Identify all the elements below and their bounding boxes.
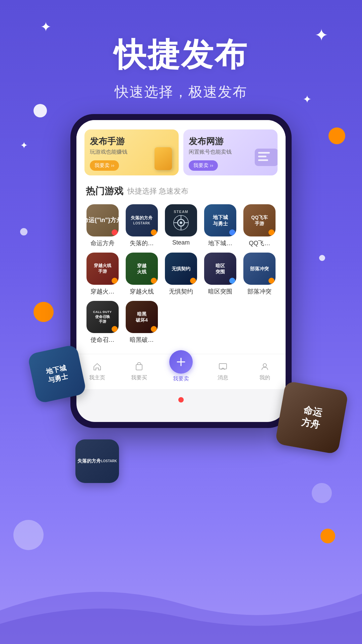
bottom-wave [0, 543, 362, 644]
game-name-wujuqiyue: 无惧契约 [165, 287, 197, 296]
game-name-chuanyue2: 穿越火线 [126, 287, 158, 296]
banner-row: 发布手游 玩游戏也能赚钱 我要卖 ›› 发布网游 闲置账号也能卖钱 我要卖 ›› [84, 129, 278, 175]
game-item-anqu[interactable]: 暗区 突围 暗区突围 [202, 253, 238, 296]
web-banner-title: 发布网游 [189, 136, 272, 147]
nav-item-profile[interactable]: 我的 [248, 361, 282, 381]
game-icon-wrap-shiming: CALL·DUTY 使命召唤 手游 [86, 301, 119, 333]
svg-point-2 [180, 221, 182, 224]
dot-decoration-4 [312, 483, 332, 503]
game-name-anqu: 暗区突围 [204, 287, 236, 296]
game-item-mingyun[interactable]: 命运{"\n"}方舟 命运方舟 [84, 204, 120, 247]
main-title: 快捷发布 [0, 34, 362, 77]
mobile-sell-button[interactable]: 我要卖 ›› [90, 160, 119, 171]
game-icon-wrap-steam: STEAM [165, 204, 197, 236]
mobile-game-banner[interactable]: 发布手游 玩游戏也能赚钱 我要卖 ›› [84, 129, 179, 175]
game-item-dixia[interactable]: 地下城 与勇士 地下城… [202, 204, 238, 247]
game-badge-wujuqiyue [190, 278, 196, 284]
game-item-chuanyue1[interactable]: 穿越火线 手游 穿越火… [84, 253, 120, 296]
screen-inner: 发布手游 玩游戏也能赚钱 我要卖 ›› 发布网游 闲置账号也能卖钱 我要卖 ›› [76, 120, 286, 354]
svg-rect-3 [136, 365, 142, 370]
game-item-wujuqiyue[interactable]: 无惧契约 无惧契约 [163, 253, 199, 296]
game-badge-buluo [268, 278, 275, 284]
star-icon-4: ✦ [20, 141, 28, 150]
game-grid: 命运{"\n"}方舟 命运方舟 失落的方舟 LOSTARK [84, 204, 278, 344]
game-name-anhei: 暗黑破… [126, 336, 158, 344]
buy-icon [133, 361, 145, 373]
sub-title: 快速选择，极速发布 [0, 83, 362, 101]
web-sell-button[interactable]: 我要卖 ›› [189, 160, 218, 171]
game-badge-dixia [229, 229, 235, 235]
nav-item-message[interactable]: 消息 [206, 361, 240, 381]
game-name-chuanyue1: 穿越火… [86, 287, 119, 296]
sell-center-button[interactable] [169, 350, 193, 374]
phone-container: 发布手游 玩游戏也能赚钱 我要卖 ›› 发布网游 闲置账号也能卖钱 我要卖 ›› [70, 114, 292, 428]
phone-frame: 发布手游 玩游戏也能赚钱 我要卖 ›› 发布网游 闲置账号也能卖钱 我要卖 ›› [70, 114, 292, 428]
game-icon-wrap-anhei: 暗黑 破坏4 [126, 301, 158, 333]
section-header: 热门游戏 快捷选择 急速发布 [84, 185, 278, 198]
floating-icon-dixia-text: 地下城与勇士 [27, 344, 87, 404]
game-badge-qq [268, 229, 275, 235]
nav-label-home: 我主页 [89, 374, 105, 381]
bottom-navigation: 我主页 我要买 [76, 354, 286, 389]
web-icon-line-1 [258, 152, 270, 154]
section-title: 热门游戏 [86, 185, 123, 198]
game-name-shiming: 使命召… [86, 336, 119, 344]
game-name-mingyun: 命运方舟 [86, 239, 119, 247]
nav-label-message: 消息 [218, 374, 228, 381]
game-name-steam: Steam [165, 239, 197, 246]
game-item-qq[interactable]: QQ飞车 手游 QQ飞… [242, 204, 278, 247]
web-icon-line-3 [258, 159, 268, 161]
game-name-buluo: 部落冲突 [243, 287, 276, 296]
game-item-shiluo[interactable]: 失落的方舟 LOSTARK 失落的… [124, 204, 160, 247]
game-icon-wrap-shiluo: 失落的方舟 LOSTARK [126, 204, 158, 236]
game-icon-wrap-wujuqiyue: 无惧契约 [165, 253, 197, 285]
section-subtitle: 快捷选择 急速发布 [127, 186, 188, 196]
orange-dot-2 [34, 302, 54, 322]
game-name-qq: QQ飞… [243, 239, 276, 247]
dot-decoration [34, 104, 47, 117]
nav-item-home[interactable]: 我主页 [80, 361, 114, 381]
floating-icon-shiluo: 失落的方舟LOSTARK [75, 439, 119, 483]
game-item-anhei[interactable]: 暗黑 破坏4 暗黑破… [124, 301, 160, 344]
mobile-banner-title: 发布手游 [90, 136, 173, 147]
game-icon-wrap-mingyun: 命运{"\n"}方舟 [86, 204, 119, 236]
game-icon-wrap-buluo: 部落冲突 [243, 253, 276, 285]
dot-decoration-5 [13, 520, 44, 550]
dot-decoration-3 [319, 255, 325, 261]
orange-dot [328, 127, 345, 144]
floating-icon-mingyun-text: 命运方舟 [275, 381, 349, 454]
game-item-chuanyue2[interactable]: 穿越 火线 穿越火线 [124, 253, 160, 296]
game-item-shiming[interactable]: CALL·DUTY 使命召唤 手游 使命召… [84, 301, 120, 344]
game-item-buluo[interactable]: 部落冲突 部落冲突 [242, 253, 278, 296]
game-badge-mingyun [112, 229, 118, 235]
profile-icon [259, 361, 271, 373]
web-game-banner[interactable]: 发布网游 闲置账号也能卖钱 我要卖 ›› [183, 129, 278, 175]
floating-icon-mingyun: 命运方舟 [275, 381, 349, 454]
dot-decoration-2 [20, 228, 27, 235]
game-icon-wrap-chuanyue1: 穿越火线 手游 [86, 253, 119, 285]
steam-logo-svg [173, 214, 189, 231]
game-badge-chuanyue1 [112, 278, 118, 284]
web-icon-line-2 [258, 156, 266, 157]
web-card-icon [255, 149, 275, 173]
game-icon-wrap-chuanyue2: 穿越 火线 [126, 253, 158, 285]
mobile-card-icon [155, 147, 175, 171]
nav-item-buy[interactable]: 我要买 [122, 361, 156, 381]
game-icon-wrap-dixia: 地下城 与勇士 [204, 204, 236, 236]
orange-dot-3 [320, 529, 335, 543]
message-icon [217, 361, 229, 373]
home-icon [91, 361, 103, 373]
floating-icon-dixia: 地下城与勇士 [27, 344, 87, 404]
game-icon-wrap-qq: QQ飞车 手游 [243, 204, 276, 236]
header-section: 快捷发布 快速选择，极速发布 [0, 0, 362, 101]
game-badge-anqu [229, 278, 235, 284]
game-item-steam[interactable]: STEAM [163, 204, 199, 247]
nav-item-sell[interactable]: 我要卖 [164, 360, 198, 382]
game-name-dixia: 地下城… [204, 239, 236, 247]
game-icon-steam: STEAM [165, 204, 197, 236]
nav-label-profile: 我的 [259, 374, 270, 381]
game-badge-shiluo [151, 229, 157, 235]
mobile-icon-shape [155, 147, 172, 170]
game-badge-chuanyue2 [151, 278, 157, 284]
game-name-shiluo: 失落的… [126, 239, 158, 247]
